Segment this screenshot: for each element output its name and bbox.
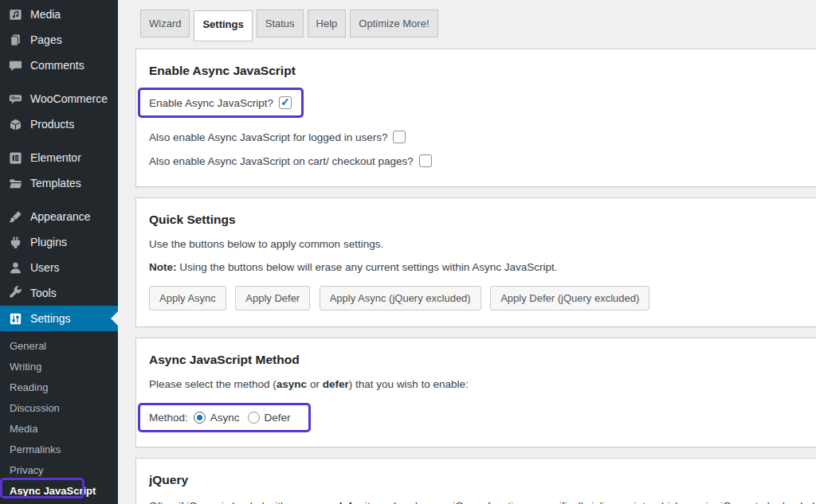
sidebar-item-woocommerce[interactable]: Woo WooCommerce: [0, 86, 118, 111]
elementor-icon: [7, 150, 23, 166]
plugin-tab-bar: Wizard Settings Status Help Optimize Mor…: [140, 10, 816, 37]
method-desc: Please select the method (async or defer…: [149, 378, 816, 390]
section-title: Quick Settings: [149, 213, 816, 227]
sidebar-item-templates[interactable]: Templates: [0, 170, 118, 196]
media-icon: [7, 6, 23, 22]
card-jquery: jQuery Often if jQuery is loaded with as…: [135, 458, 816, 504]
main-content: Wizard Settings Status Help Optimize Mor…: [118, 0, 816, 504]
sidebar-item-label: WooCommerce: [30, 92, 108, 105]
appearance-brush-icon: [7, 209, 23, 225]
sidebar-item-settings[interactable]: Settings: [0, 306, 118, 331]
jquery-paragraph: Often if jQuery is loaded with async or …: [149, 497, 816, 504]
enable-async-checkbox[interactable]: [279, 96, 292, 109]
plugins-plug-icon: [7, 234, 23, 250]
templates-folder-icon: [7, 175, 23, 191]
sidebar-item-label: Media: [30, 8, 61, 21]
method-async-label: Async: [210, 412, 240, 424]
users-person-icon: [7, 260, 23, 275]
svg-text:Woo: Woo: [10, 96, 19, 100]
tab-optimize-more[interactable]: Optimize More!: [350, 10, 437, 37]
card-async-javascript-method: Async JavaScript Method Please select th…: [135, 338, 816, 447]
sidebar-item-comments[interactable]: Comments: [0, 53, 118, 78]
apply-async-button[interactable]: Apply Async: [149, 286, 226, 311]
submenu-item-reading[interactable]: Reading: [0, 377, 118, 397]
sidebar-item-media[interactable]: Media: [0, 2, 118, 27]
annotation-box-method: Method: Async Defer: [138, 403, 311, 432]
sidebar-item-label: Products: [30, 118, 74, 131]
jquery-text-line-1: Often if jQuery is loaded with async or …: [149, 497, 816, 504]
annotation-box-enable: Enable Async JavaScript?: [138, 88, 304, 118]
tab-settings[interactable]: Settings: [194, 10, 252, 41]
submenu-item-writing[interactable]: Writing: [0, 356, 118, 377]
admin-sidebar: Media Pages Comments Woo WooCommerce Pro…: [0, 0, 118, 504]
section-title: Enable Async JavaScript: [149, 64, 816, 78]
apply-defer-jquery-excluded-button[interactable]: Apply Defer (jQuery excluded): [490, 286, 649, 311]
sidebar-item-appearance[interactable]: Appearance: [0, 204, 118, 229]
sidebar-item-label: Elementor: [30, 151, 81, 164]
submenu-item-media[interactable]: Media: [0, 418, 118, 439]
cart-checkout-label: Also enable Async JavaScript on cart/ ch…: [149, 155, 414, 167]
sidebar-item-label: Comments: [30, 59, 84, 72]
comments-icon: [7, 57, 23, 73]
submenu-item-privacy[interactable]: Privacy: [0, 459, 118, 480]
logged-in-users-row: Also enable Async JavaScript for logged …: [149, 131, 816, 143]
submenu-item-async-javascript[interactable]: Async JavaScript: [0, 480, 118, 501]
submenu-item-label: Async JavaScript: [10, 485, 96, 497]
submenu-item-discussion[interactable]: Discussion: [0, 397, 118, 418]
sidebar-item-label: Tools: [30, 287, 57, 299]
submenu-item-label: Permalinks: [10, 443, 61, 455]
sidebar-item-label: Users: [30, 261, 60, 274]
section-title: Async JavaScript Method: [149, 353, 816, 367]
tools-wrench-icon: [7, 285, 23, 301]
sidebar-item-label: Appearance: [30, 210, 91, 223]
settings-sliders-icon: [7, 311, 23, 326]
apply-async-jquery-excluded-button[interactable]: Apply Async (jQuery excluded): [320, 286, 481, 311]
sidebar-item-users[interactable]: Users: [0, 255, 118, 280]
pages-icon: [7, 32, 23, 48]
sidebar-item-products[interactable]: Products: [0, 111, 118, 137]
quick-settings-note: Note: Using the buttons below will erase…: [149, 261, 816, 273]
tab-wizard[interactable]: Wizard: [140, 10, 190, 37]
submenu-item-label: Discussion: [10, 402, 60, 414]
cart-checkout-checkbox[interactable]: [419, 154, 432, 167]
submenu-item-permalinks[interactable]: Permalinks: [0, 439, 118, 459]
settings-submenu: General Writing Reading Discussion Media…: [0, 331, 118, 501]
products-icon: [7, 116, 23, 132]
method-async-radio[interactable]: [194, 412, 206, 424]
quick-settings-desc: Use the buttons below to apply common se…: [149, 238, 816, 250]
logged-in-users-label: Also enable Async JavaScript for logged …: [149, 131, 387, 143]
submenu-item-general[interactable]: General: [0, 335, 118, 356]
card-quick-settings: Quick Settings Use the buttons below to …: [135, 197, 816, 327]
tab-status[interactable]: Status: [257, 10, 304, 37]
submenu-item-label: Writing: [10, 361, 41, 373]
enable-async-label: Enable Async JavaScript?: [149, 97, 273, 109]
method-defer-radio[interactable]: [248, 412, 260, 424]
quick-settings-buttons: Apply Async Apply Defer Apply Async (jQu…: [149, 286, 816, 311]
sidebar-item-label: Templates: [30, 177, 81, 189]
sidebar-item-tools[interactable]: Tools: [0, 280, 118, 306]
submenu-item-label: Reading: [10, 381, 48, 393]
sidebar-item-label: Plugins: [30, 236, 67, 248]
submenu-item-label: Media: [10, 423, 37, 435]
tab-help[interactable]: Help: [308, 10, 347, 37]
method-defer-label: Defer: [265, 412, 291, 424]
sidebar-item-label: Pages: [30, 33, 62, 46]
woocommerce-icon: Woo: [7, 91, 23, 107]
submenu-item-label: General: [10, 340, 46, 352]
admin-menu: Media Pages Comments Woo WooCommerce Pro…: [0, 0, 118, 501]
section-title: jQuery: [149, 473, 816, 487]
cart-checkout-row: Also enable Async JavaScript on cart/ ch…: [149, 154, 816, 167]
sidebar-item-pages[interactable]: Pages: [0, 27, 118, 53]
apply-defer-button[interactable]: Apply Defer: [235, 286, 310, 311]
sidebar-item-label: Settings: [30, 312, 71, 325]
card-enable-async-javascript: Enable Async JavaScript Enable Async Jav…: [135, 49, 816, 187]
sidebar-item-elementor[interactable]: Elementor: [0, 145, 118, 170]
method-options: Async Defer: [194, 412, 299, 424]
sidebar-item-plugins[interactable]: Plugins: [0, 229, 118, 255]
method-label: Method:: [149, 412, 188, 424]
submenu-item-label: Privacy: [10, 464, 44, 476]
logged-in-users-checkbox[interactable]: [393, 131, 406, 143]
